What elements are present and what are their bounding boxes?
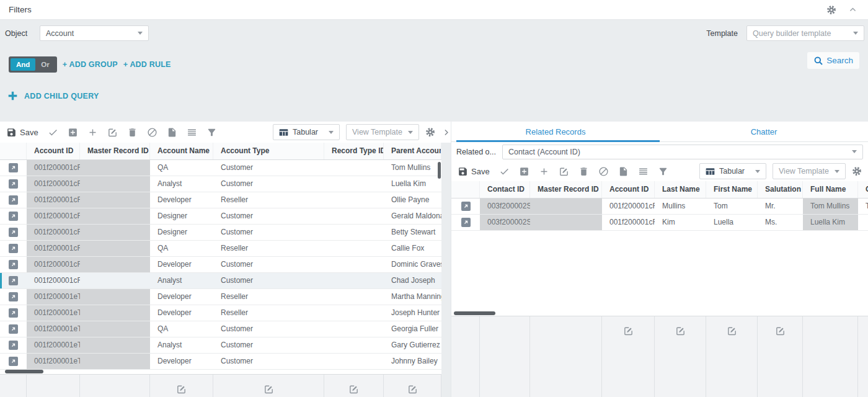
cell-record-type-id[interactable] [324, 305, 384, 321]
cell-account-name[interactable]: QA [150, 241, 213, 256]
add-child-query-button[interactable]: ADD CHILD QUERY [7, 91, 99, 101]
cell-account-name[interactable]: Analyst [150, 176, 213, 192]
cell-account-name[interactable]: Developer [150, 289, 213, 305]
add-box-button[interactable] [68, 127, 78, 138]
scrollbar-thumb[interactable] [454, 311, 495, 315]
expand-panel-button[interactable] [441, 122, 451, 143]
cell-extra[interactable]: T [858, 198, 868, 214]
cell-account-id[interactable]: 001f200001cFG [602, 198, 655, 214]
cell-extra[interactable] [858, 215, 868, 230]
cell-parent-account-id[interactable]: Johnny Bailey [384, 354, 441, 369]
edit-cell-icon[interactable] [775, 326, 786, 336]
tab-chatter[interactable]: Chatter [660, 122, 868, 141]
cell-account-type[interactable]: Customer [213, 176, 324, 192]
cell-account-id[interactable]: 001f200001cFG [602, 215, 655, 230]
cell-last-name[interactable]: Mullins [655, 198, 706, 214]
tab-related-records[interactable]: Related Records [451, 122, 660, 141]
cell-first-name[interactable]: Tom [706, 198, 758, 214]
add-row-button[interactable] [539, 166, 549, 177]
edit-button[interactable] [559, 166, 569, 177]
cell-parent-account-id[interactable]: Gerald Maldonado [384, 208, 441, 224]
column-header[interactable]: Contact ID [480, 181, 530, 198]
table-row[interactable]: 001f200001cFG QA Reseller Callie Fox [0, 241, 441, 257]
edit-cell-icon[interactable] [264, 384, 274, 395]
open-record-icon[interactable] [9, 260, 18, 269]
cell-parent-account-id[interactable]: Tom Mullins [384, 160, 441, 176]
cell-record-type-id[interactable] [324, 257, 384, 272]
confirm-button[interactable] [499, 166, 510, 177]
cell-account-name[interactable]: Developer [150, 257, 213, 272]
cell-parent-account-id[interactable]: Ollie Payne [384, 192, 441, 208]
cell-record-type-id[interactable] [324, 225, 384, 240]
or-toggle-button[interactable]: Or [35, 58, 55, 71]
cell-account-type[interactable]: Reseller [213, 305, 324, 321]
table-row[interactable]: 001f200001cFG Analyst Customer Luella Ki… [0, 176, 441, 192]
column-header[interactable]: O [858, 181, 868, 198]
cell-account-type[interactable]: Reseller [213, 192, 324, 208]
table-row[interactable]: 001f200001cFG Developer Customer Dominic… [0, 257, 441, 273]
open-record-icon[interactable] [9, 212, 18, 221]
open-record-icon[interactable] [9, 195, 18, 205]
grid-settings-gear-icon[interactable] [425, 127, 435, 137]
cell-record-type-id[interactable] [324, 354, 384, 369]
confirm-button[interactable] [48, 127, 58, 138]
edit-cell-icon[interactable] [176, 384, 187, 395]
cell-account-name[interactable]: Developer [150, 305, 213, 321]
column-header[interactable]: Account Name [150, 143, 213, 159]
edit-cell-icon[interactable] [727, 326, 737, 336]
filter-button[interactable] [206, 127, 217, 138]
table-row[interactable]: 001f200001cFG Designer Customer Gerald M… [0, 208, 441, 225]
cell-account-name[interactable]: Analyst [150, 337, 213, 353]
cell-account-type[interactable]: Customer [213, 321, 324, 337]
table-row[interactable]: 001f200001cFG QA Customer Tom Mullins [0, 160, 441, 176]
cell-parent-account-id[interactable]: Dominic Graves [384, 257, 441, 272]
cell-record-type-id[interactable] [324, 273, 384, 288]
open-record-icon[interactable] [9, 163, 18, 172]
cell-parent-account-id[interactable]: Callie Fox [384, 241, 441, 256]
delete-button[interactable] [127, 127, 138, 138]
table-row[interactable]: 003f200002SLL 001f200001cFG Mullins Tom … [451, 198, 868, 215]
copy-button[interactable] [618, 166, 629, 177]
cell-parent-account-id[interactable]: Chad Joseph [384, 273, 441, 288]
view-template-select[interactable]: View Template [346, 124, 419, 140]
cell-account-type[interactable]: Customer [213, 273, 324, 288]
collapse-filters-icon[interactable] [849, 6, 857, 14]
cell-account-type[interactable]: Customer [213, 225, 324, 240]
table-row[interactable]: 001f200001cFG Designer Customer Betty St… [0, 225, 441, 241]
cell-account-type[interactable]: Reseller [213, 241, 324, 256]
object-select[interactable]: Account [40, 25, 149, 41]
column-header[interactable]: Salutation [758, 181, 803, 198]
open-record-icon[interactable] [9, 357, 18, 366]
grid-settings-gear-icon[interactable] [852, 166, 862, 176]
cell-account-type[interactable]: Customer [213, 160, 324, 176]
left-vertical-scrollbar-thumb[interactable] [438, 162, 441, 179]
cell-account-name[interactable]: QA [150, 321, 213, 337]
column-header[interactable]: Last Name [655, 181, 706, 198]
cell-salutation[interactable]: Mr. [758, 198, 803, 214]
open-record-icon[interactable] [9, 179, 18, 189]
column-header[interactable]: Master Record ID [80, 143, 150, 159]
cell-account-name[interactable]: QA [150, 160, 213, 176]
view-mode-select[interactable]: Tabular [699, 163, 766, 179]
edit-cell-icon[interactable] [348, 384, 359, 395]
open-record-icon[interactable] [9, 324, 18, 334]
scrollbar-thumb[interactable] [5, 370, 43, 373]
cell-parent-account-id[interactable]: Betty Stewart [384, 225, 441, 240]
cell-parent-account-id[interactable]: Georgia Fuller [384, 321, 441, 337]
and-toggle-button[interactable]: And [11, 58, 35, 71]
copy-button[interactable] [167, 127, 177, 138]
open-record-icon[interactable] [9, 244, 18, 253]
save-button[interactable]: Save [458, 166, 490, 177]
block-button[interactable] [598, 166, 609, 177]
add-row-button[interactable] [87, 127, 98, 138]
column-header[interactable]: Account Type [213, 143, 324, 159]
edit-cell-icon[interactable] [675, 326, 686, 336]
cell-account-type[interactable]: Customer [213, 337, 324, 353]
list-view-button[interactable] [638, 166, 649, 177]
column-header[interactable]: Parent Account ID [384, 143, 441, 159]
table-row[interactable]: 001f200001cFG Developer Reseller Ollie P… [0, 192, 441, 208]
view-template-select[interactable]: View Template [773, 163, 846, 179]
delete-button[interactable] [578, 166, 589, 177]
filter-button[interactable] [658, 166, 668, 177]
settings-gear-icon[interactable] [826, 5, 836, 15]
